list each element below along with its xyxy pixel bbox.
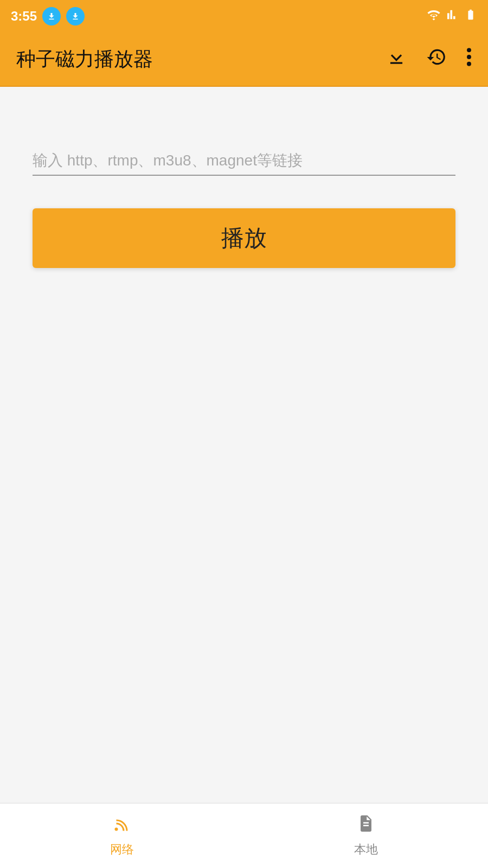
wifi-icon	[426, 9, 441, 24]
main-content: 播放	[0, 87, 488, 803]
signal-icon	[447, 9, 459, 24]
bottom-nav: 网络 本地	[0, 803, 488, 868]
local-file-icon	[358, 814, 374, 838]
nav-label-network: 网络	[110, 841, 134, 858]
app-bar: 种子磁力播放器	[0, 33, 488, 87]
url-input-wrapper	[33, 152, 455, 176]
more-options-button[interactable]	[466, 47, 472, 72]
app-title: 种子磁力播放器	[16, 46, 153, 73]
play-button-label: 播放	[221, 223, 267, 253]
play-button[interactable]: 播放	[33, 208, 455, 268]
history-button[interactable]	[426, 47, 447, 72]
url-input[interactable]	[33, 152, 455, 169]
svg-point-1	[467, 55, 471, 59]
download-button[interactable]	[386, 47, 407, 72]
battery-icon	[464, 9, 477, 24]
status-bar: 3:55	[0, 0, 488, 33]
svg-point-2	[467, 61, 471, 66]
download-notification-icon-1	[42, 7, 61, 25]
app-bar-actions	[386, 47, 472, 72]
nav-label-local: 本地	[354, 841, 378, 858]
network-rss-icon	[112, 814, 132, 838]
svg-point-3	[115, 828, 118, 831]
download-notification-icon-2	[66, 7, 85, 25]
svg-point-0	[467, 48, 471, 52]
status-time: 3:55	[11, 9, 37, 24]
nav-item-network[interactable]: 网络	[0, 814, 244, 858]
status-left: 3:55	[11, 7, 85, 25]
status-right	[426, 9, 477, 24]
nav-item-local[interactable]: 本地	[244, 814, 488, 858]
